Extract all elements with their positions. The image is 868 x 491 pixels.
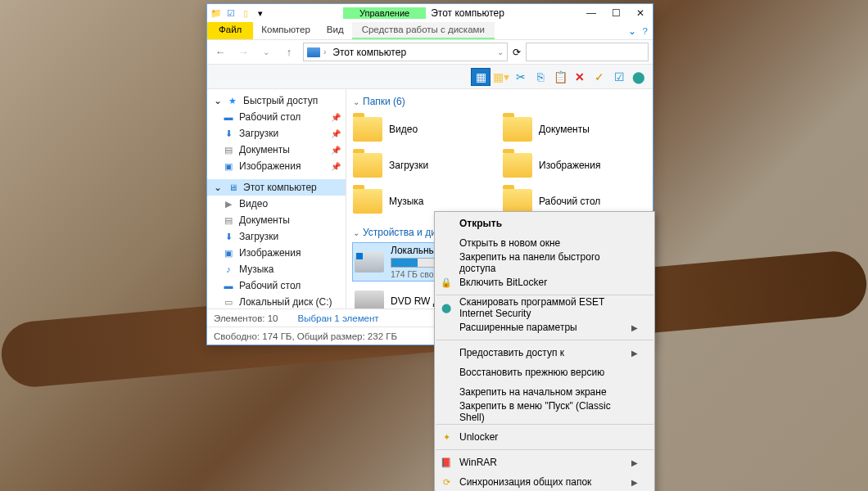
folder-pictures-label: Изображения xyxy=(539,160,600,171)
nav-back-button[interactable]: ← xyxy=(211,43,229,61)
address-bar[interactable]: › Этот компьютер ⌄ xyxy=(303,43,508,61)
ribbon-help-icon[interactable]: ? xyxy=(643,26,648,36)
nav-recent-dropdown[interactable]: ⌄ xyxy=(257,43,275,61)
nav-pictures[interactable]: ▣Изображения📌 xyxy=(207,158,346,174)
unlocker-icon: ✦ xyxy=(440,430,453,444)
nav-desktop-label: Рабочий стол xyxy=(239,111,301,123)
menu-separator xyxy=(436,424,653,425)
nav-music-label: Музыка xyxy=(239,264,274,275)
nav-pc-documents-label: Документы xyxy=(239,214,290,226)
breadcrumb-root[interactable]: Этот компьютер xyxy=(329,47,409,58)
maximize-button[interactable]: ☐ xyxy=(604,4,628,22)
group-folders-header[interactable]: Папки (6) xyxy=(353,96,646,107)
ctx-advanced[interactable]: Расширенные параметры▶ xyxy=(435,318,654,337)
ctx-restore[interactable]: Восстановить прежнюю версию xyxy=(435,363,654,382)
nav-local-disk-c[interactable]: ▭Локальный диск (C:) xyxy=(207,294,346,309)
ctx-bitlocker[interactable]: 🔒Включить BitLocker xyxy=(435,273,654,292)
qat-new-folder-icon[interactable]: ▯ xyxy=(240,7,251,19)
ctx-open-new-window-label: Открыть в новом окне xyxy=(459,237,560,249)
nav-this-pc[interactable]: ⌄🖥Этот компьютер xyxy=(207,179,346,196)
toolbar-eset-icon[interactable]: ⬤ xyxy=(630,68,648,86)
ribbon-expand-icon[interactable]: ⌄ xyxy=(628,25,636,37)
toolbar-copy-icon[interactable]: ⎘ xyxy=(531,68,549,86)
ctx-advanced-label: Расширенные параметры xyxy=(459,322,577,333)
address-row: ← → ⌄ ↑ › Этот компьютер ⌄ ⟳ xyxy=(207,40,653,65)
tab-drive-tools[interactable]: Средства работы с дисками xyxy=(352,22,495,39)
nav-music[interactable]: ♪Музыка xyxy=(207,261,346,277)
ctx-unlocker-label: Unlocker xyxy=(459,431,498,443)
menu-separator xyxy=(436,295,653,295)
nav-downloads[interactable]: ⬇Загрузки📌 xyxy=(207,125,346,142)
tab-view[interactable]: Вид xyxy=(319,22,352,39)
ribbon-contextual-tab[interactable]: Управление xyxy=(343,7,426,19)
ctx-pin-classic-label: Закрепить в меню "Пуск" (Classic Shell) xyxy=(459,400,638,423)
toolbar-delete-icon[interactable]: ✕ xyxy=(571,68,589,86)
nav-documents[interactable]: ▤Документы📌 xyxy=(207,142,346,158)
nav-local-c-label: Локальный диск (C:) xyxy=(239,296,332,308)
nav-pc-pictures[interactable]: ▣Изображения xyxy=(207,245,346,261)
pin-icon: 📌 xyxy=(331,129,341,138)
folder-icon xyxy=(503,153,532,178)
ctx-winrar-label: WinRAR xyxy=(459,457,497,468)
ctx-winrar[interactable]: 📕WinRAR▶ xyxy=(435,453,654,472)
pin-icon: 📌 xyxy=(331,146,341,155)
status-selected: Выбран 1 элемент xyxy=(297,313,378,323)
nav-pc-documents[interactable]: ▤Документы xyxy=(207,212,346,228)
ctx-open[interactable]: Открыть xyxy=(435,214,654,233)
folder-pictures[interactable]: Изображения xyxy=(503,148,646,182)
toolbar-paste-icon[interactable]: 📋 xyxy=(551,68,569,86)
folder-downloads[interactable]: Загрузки xyxy=(353,148,496,182)
ctx-sync[interactable]: ⟳Синхронизация общих папок▶ xyxy=(435,472,654,491)
nav-videos[interactable]: ▶Видео xyxy=(207,196,346,212)
nav-quick-access[interactable]: ⌄★Быстрый доступ xyxy=(207,92,346,109)
ctx-sync-label: Синхронизация общих папок xyxy=(459,476,591,488)
ctx-share[interactable]: Предоставить доступ к▶ xyxy=(435,343,654,363)
ctx-pin-classic[interactable]: Закрепить в меню "Пуск" (Classic Shell) xyxy=(435,402,654,421)
folder-desktop-label: Рабочий стол xyxy=(539,196,600,207)
pin-icon: 📌 xyxy=(331,113,341,122)
submenu-arrow-icon: ▶ xyxy=(631,349,638,358)
minimize-button[interactable]: — xyxy=(579,4,604,22)
nav-pc-desktop-label: Рабочий стол xyxy=(239,280,301,291)
nav-pc-downloads[interactable]: ⬇Загрузки xyxy=(207,228,346,245)
toolbar-view-icon[interactable]: ▦ xyxy=(471,68,491,86)
ctx-unlocker[interactable]: ✦Unlocker xyxy=(435,427,654,447)
close-button[interactable]: ✕ xyxy=(628,4,653,22)
search-input[interactable] xyxy=(526,43,649,61)
nav-downloads-label: Загрузки xyxy=(239,128,278,139)
navigation-pane[interactable]: ⌄★Быстрый доступ ▬Рабочий стол📌 ⬇Загрузк… xyxy=(207,89,346,309)
toolbar-properties-icon[interactable]: ☑ xyxy=(610,68,628,86)
toolbar-cut-icon[interactable]: ✂ xyxy=(512,68,530,86)
submenu-arrow-icon: ▶ xyxy=(631,478,638,487)
toolbar-undo-icon[interactable]: ✓ xyxy=(590,68,608,86)
qat-dropdown-icon[interactable]: ▾ xyxy=(255,7,266,19)
nav-forward-button[interactable]: → xyxy=(234,43,252,61)
nav-up-button[interactable]: ↑ xyxy=(280,43,298,61)
quick-access-toolbar: 📁 ☑ ▯ ▾ xyxy=(207,7,266,19)
qat-properties-icon[interactable]: ☑ xyxy=(225,7,237,19)
explorer-app-icon: 📁 xyxy=(210,7,222,19)
ctx-open-new-window[interactable]: Открыть в новом окне xyxy=(435,233,654,253)
toolbar-organize-icon[interactable]: ▦▾ xyxy=(492,68,510,86)
refresh-button[interactable]: ⟳ xyxy=(513,47,521,58)
ctx-pin-start[interactable]: Закрепить на начальном экране xyxy=(435,382,654,402)
ctx-pin-quick-access[interactable]: Закрепить на панели быстрого доступа xyxy=(435,253,654,273)
pin-icon: 📌 xyxy=(331,162,341,171)
ctx-eset-scan[interactable]: ⬤Сканировать программой ESET Internet Se… xyxy=(435,298,654,318)
nav-pc-desktop[interactable]: ▬Рабочий стол xyxy=(207,277,346,294)
folder-icon xyxy=(353,189,382,214)
command-toolbar: ▦ ▦▾ ✂ ⎘ 📋 ✕ ✓ ☑ ⬤ xyxy=(207,65,653,89)
ribbon-tabs: Файл Компьютер Вид Средства работы с дис… xyxy=(207,22,653,40)
ctx-open-label: Открыть xyxy=(459,218,502,229)
nav-desktop[interactable]: ▬Рабочий стол📌 xyxy=(207,109,346,125)
folder-downloads-label: Загрузки xyxy=(389,160,428,171)
tab-computer[interactable]: Компьютер xyxy=(253,22,319,39)
tab-file[interactable]: Файл xyxy=(207,22,253,39)
folder-video[interactable]: Видео xyxy=(353,112,496,146)
titlebar[interactable]: 📁 ☑ ▯ ▾ Управление Этот компьютер — ☐ ✕ xyxy=(207,4,653,22)
nav-pictures-label: Изображения xyxy=(239,160,301,172)
eset-icon: ⬤ xyxy=(440,301,453,314)
sync-icon: ⟳ xyxy=(440,475,453,489)
dvd-drive-icon xyxy=(355,291,384,309)
folder-documents[interactable]: Документы xyxy=(503,112,646,146)
